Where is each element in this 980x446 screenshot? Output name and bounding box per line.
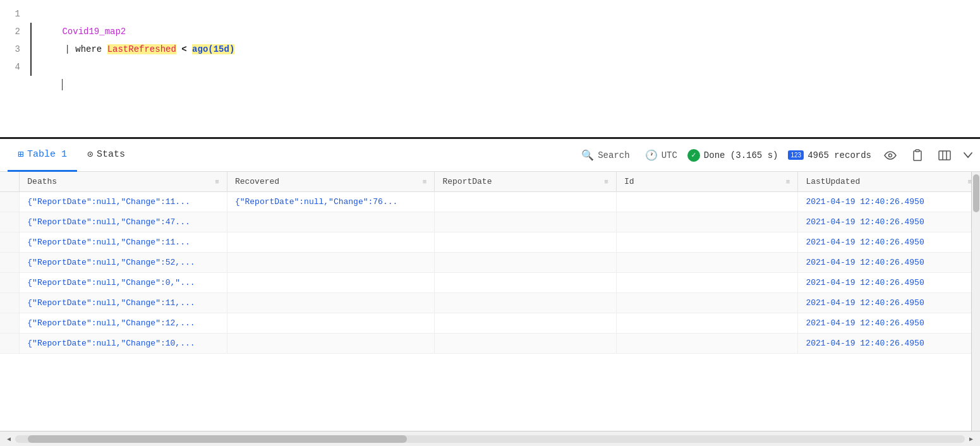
row-number	[0, 293, 20, 313]
row-number	[0, 232, 20, 253]
cell-lastupdated[interactable]: 2021-04-19 12:40:26.4950	[798, 192, 980, 212]
cell-recovered[interactable]	[227, 232, 435, 253]
eye-button[interactable]	[881, 148, 899, 162]
utc-label: UTC	[662, 150, 677, 160]
cell-recovered[interactable]: {"ReportDate":null,"Change":76...	[227, 192, 435, 212]
column-config-button[interactable]	[936, 148, 953, 163]
th-lastupdated[interactable]: LastUpdated ≡	[798, 172, 980, 192]
token-field: LastRefreshed	[107, 44, 176, 54]
line-4-content[interactable]	[30, 58, 63, 111]
cell-deaths[interactable]: {"ReportDate":null,"Change":0,"...	[20, 273, 227, 293]
scroll-left-arrow[interactable]: ◀	[3, 433, 15, 445]
table-icon: ⊞	[18, 148, 23, 160]
utc-button[interactable]: 🕐 UTC	[645, 149, 677, 162]
token-pipe: |	[64, 44, 75, 54]
table-row: {"ReportDate":null,"Change":11,...2021-0…	[0, 293, 980, 313]
tab-stats[interactable]: ⊙ Stats	[77, 139, 135, 172]
line-number-2: 2	[0, 23, 30, 40]
cell-id[interactable]	[616, 313, 798, 334]
clipboard-button[interactable]	[909, 147, 926, 164]
results-table: Deaths ≡ Recovered ≡ ReportDate ≡	[0, 172, 980, 354]
cell-reportdate[interactable]	[435, 293, 617, 313]
vertical-scrollbar[interactable]	[971, 172, 980, 431]
svg-rect-3	[939, 151, 950, 160]
editor-line-1: 1 Covid19_map2	[0, 5, 980, 23]
cell-reportdate[interactable]	[435, 192, 617, 212]
vertical-scroll-thumb[interactable]	[973, 174, 979, 212]
deaths-col-menu-icon[interactable]: ≡	[215, 178, 219, 186]
cell-lastupdated[interactable]: 2021-04-19 12:40:26.4950	[798, 212, 980, 232]
search-button[interactable]: 🔍 Search	[576, 147, 634, 164]
th-rownum	[0, 172, 20, 192]
th-reportdate[interactable]: ReportDate ≡	[435, 172, 617, 192]
cell-recovered[interactable]	[227, 334, 435, 354]
cell-recovered[interactable]	[227, 313, 435, 334]
cell-id[interactable]	[616, 253, 798, 273]
expand-button[interactable]	[964, 152, 972, 159]
cell-id[interactable]	[616, 192, 798, 212]
row-number	[0, 253, 20, 273]
token-where: where	[75, 44, 107, 54]
cell-id[interactable]	[616, 273, 798, 293]
scroll-track-container	[15, 435, 965, 443]
cell-recovered[interactable]	[227, 253, 435, 273]
table-body: {"ReportDate":null,"Change":11...{"Repor…	[0, 192, 980, 354]
cell-reportdate[interactable]	[435, 334, 617, 354]
reportdate-col-menu-icon[interactable]: ≡	[604, 178, 608, 186]
th-recovered[interactable]: Recovered ≡	[227, 172, 435, 192]
th-id[interactable]: Id ≡	[616, 172, 798, 192]
cell-reportdate[interactable]	[435, 212, 617, 232]
token-op: <	[176, 44, 192, 54]
svg-point-0	[889, 154, 892, 157]
editor-line-2: 2 | where LastRefreshed < ago(15d)	[0, 23, 980, 40]
scroll-right-arrow[interactable]: ▶	[965, 433, 977, 445]
cell-reportdate[interactable]	[435, 253, 617, 273]
cell-id[interactable]	[616, 293, 798, 313]
cell-lastupdated[interactable]: 2021-04-19 12:40:26.4950	[798, 253, 980, 273]
cell-lastupdated[interactable]: 2021-04-19 12:40:26.4950	[798, 293, 980, 313]
cell-lastupdated[interactable]: 2021-04-19 12:40:26.4950	[798, 273, 980, 293]
token-func: ago(15d)	[192, 44, 234, 54]
recovered-col-menu-icon[interactable]: ≡	[423, 178, 427, 186]
done-check-icon: ✓	[687, 149, 700, 162]
tab-table1[interactable]: ⊞ Table 1	[8, 139, 77, 172]
scroll-thumb[interactable]	[28, 435, 407, 443]
cell-recovered[interactable]	[227, 212, 435, 232]
cell-reportdate[interactable]	[435, 313, 617, 334]
search-label: Search	[598, 150, 629, 160]
cell-deaths[interactable]: {"ReportDate":null,"Change":10,...	[20, 334, 227, 354]
done-badge: ✓ Done (3.165 s)	[687, 149, 778, 162]
table-row: {"ReportDate":null,"Change":11...{"Repor…	[0, 192, 980, 212]
cell-lastupdated[interactable]: 2021-04-19 12:40:26.4950	[798, 232, 980, 253]
editor-area: 1 Covid19_map2 2 | where LastRefreshed <…	[0, 0, 980, 139]
search-icon: 🔍	[581, 149, 594, 162]
cell-id[interactable]	[616, 232, 798, 253]
cell-deaths[interactable]: {"ReportDate":null,"Change":11...	[20, 232, 227, 253]
cell-deaths[interactable]: {"ReportDate":null,"Change":11,...	[20, 293, 227, 313]
cell-deaths[interactable]: {"ReportDate":null,"Change":47...	[20, 212, 227, 232]
scroll-track[interactable]	[15, 435, 965, 443]
cell-deaths[interactable]: {"ReportDate":null,"Change":12,...	[20, 313, 227, 334]
text-cursor	[62, 79, 63, 90]
row-number	[0, 212, 20, 232]
stats-icon: ⊙	[87, 148, 93, 160]
cell-recovered[interactable]	[227, 293, 435, 313]
row-number	[0, 313, 20, 334]
th-deaths[interactable]: Deaths ≡	[20, 172, 227, 192]
table-row: {"ReportDate":null,"Change":47...2021-04…	[0, 212, 980, 232]
cell-deaths[interactable]: {"ReportDate":null,"Change":11...	[20, 192, 227, 212]
cell-deaths[interactable]: {"ReportDate":null,"Change":52,...	[20, 253, 227, 273]
done-label: Done (3.165 s)	[704, 150, 778, 160]
cell-recovered[interactable]	[227, 273, 435, 293]
cell-id[interactable]	[616, 334, 798, 354]
id-col-menu-icon[interactable]: ≡	[786, 178, 790, 186]
cell-reportdate[interactable]	[435, 232, 617, 253]
svg-rect-1	[914, 151, 921, 160]
cell-reportdate[interactable]	[435, 273, 617, 293]
line-number-1: 1	[0, 5, 30, 23]
svg-rect-2	[916, 150, 919, 152]
row-number	[0, 192, 20, 212]
cell-lastupdated[interactable]: 2021-04-19 12:40:26.4950	[798, 313, 980, 334]
cell-id[interactable]	[616, 212, 798, 232]
cell-lastupdated[interactable]: 2021-04-19 12:40:26.4950	[798, 334, 980, 354]
